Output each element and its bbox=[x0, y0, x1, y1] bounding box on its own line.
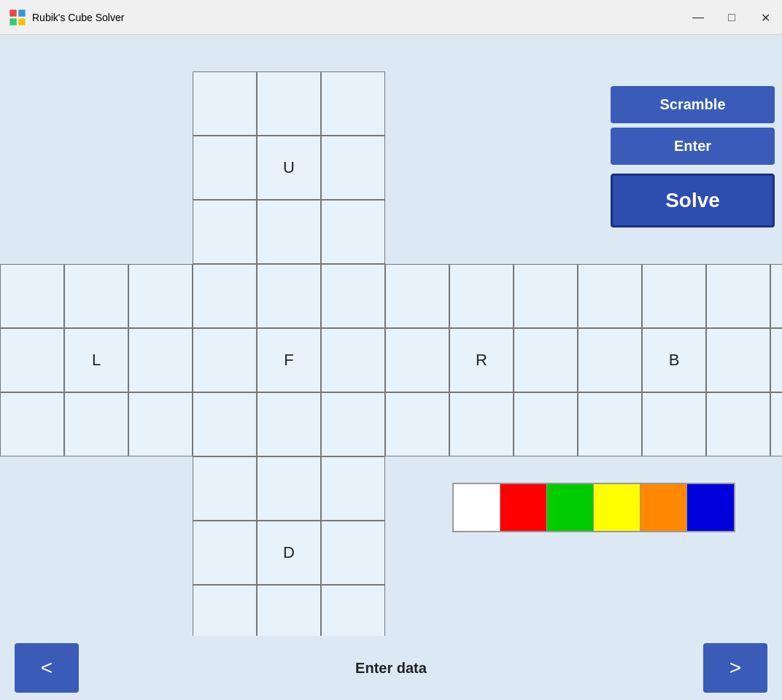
color-swatch-white[interactable] bbox=[454, 484, 500, 531]
cell-D0[interactable] bbox=[193, 456, 257, 521]
cell-F5[interactable] bbox=[321, 328, 385, 392]
solve-button[interactable]: Solve bbox=[611, 174, 775, 228]
cell-B8[interactable] bbox=[706, 392, 770, 456]
cell-R7[interactable] bbox=[449, 392, 514, 456]
scramble-button[interactable]: Scramble bbox=[611, 86, 775, 123]
cell-L7[interactable] bbox=[64, 392, 128, 456]
cell-B3[interactable] bbox=[578, 328, 642, 392]
cell-U4[interactable]: U bbox=[257, 136, 321, 200]
window-controls: — □ ✕ bbox=[681, 0, 782, 35]
cell-U3[interactable] bbox=[193, 136, 257, 200]
cell-B7[interactable] bbox=[642, 392, 706, 456]
cell-R0[interactable] bbox=[385, 264, 449, 328]
cell-Bx1[interactable] bbox=[770, 328, 782, 392]
cell-F0[interactable] bbox=[193, 264, 257, 328]
svg-rect-2 bbox=[9, 18, 17, 26]
face-U: U bbox=[193, 71, 385, 264]
cell-F2[interactable] bbox=[321, 264, 385, 328]
cell-F6[interactable] bbox=[193, 392, 257, 456]
app-icon bbox=[9, 9, 26, 26]
cell-U0[interactable] bbox=[193, 71, 257, 136]
cell-L2[interactable] bbox=[128, 264, 193, 328]
cell-L1[interactable] bbox=[64, 264, 128, 328]
cell-B5[interactable] bbox=[706, 328, 770, 392]
color-swatch-green[interactable] bbox=[547, 484, 594, 531]
cell-R2[interactable] bbox=[514, 264, 578, 328]
face-L: L bbox=[0, 264, 193, 456]
cell-U7[interactable] bbox=[257, 200, 321, 264]
next-button[interactable]: > bbox=[703, 643, 767, 693]
cell-R3[interactable] bbox=[385, 328, 449, 392]
cell-D1[interactable] bbox=[257, 456, 321, 521]
maximize-button[interactable]: □ bbox=[715, 0, 748, 35]
cell-F8[interactable] bbox=[321, 392, 385, 456]
face-F: F bbox=[193, 264, 385, 456]
face-R: R bbox=[385, 264, 578, 456]
cell-Bx0[interactable] bbox=[770, 264, 782, 328]
controls-panel: Scramble Enter Solve bbox=[611, 86, 775, 228]
cell-F4[interactable]: F bbox=[257, 328, 321, 392]
bottom-bar: < Enter data > bbox=[0, 636, 782, 700]
minimize-button[interactable]: — bbox=[681, 0, 715, 35]
face-D: D bbox=[193, 456, 385, 649]
cell-D2[interactable] bbox=[321, 456, 385, 521]
cell-Bx2[interactable] bbox=[770, 392, 782, 456]
cell-L5[interactable] bbox=[128, 328, 193, 392]
cell-D4[interactable]: D bbox=[257, 521, 321, 585]
cell-B0[interactable] bbox=[578, 264, 642, 328]
cell-B6[interactable] bbox=[578, 392, 642, 456]
prev-button[interactable]: < bbox=[15, 643, 79, 693]
cell-D5[interactable] bbox=[321, 521, 385, 585]
color-swatch-red[interactable] bbox=[500, 484, 547, 531]
app-title: Rubik's Cube Solver bbox=[32, 12, 124, 23]
cell-L0[interactable] bbox=[0, 264, 64, 328]
cell-U8[interactable] bbox=[321, 200, 385, 264]
face-B: B bbox=[578, 264, 770, 456]
face-B-extra bbox=[770, 264, 782, 456]
cell-R5[interactable] bbox=[514, 328, 578, 392]
cell-B4[interactable]: B bbox=[642, 328, 706, 392]
cell-L6[interactable] bbox=[0, 392, 64, 456]
cell-F3[interactable] bbox=[193, 328, 257, 392]
cell-R1[interactable] bbox=[449, 264, 514, 328]
enter-data-label: Enter data bbox=[355, 660, 427, 677]
cell-U1[interactable] bbox=[257, 71, 321, 136]
cell-U5[interactable] bbox=[321, 136, 385, 200]
cell-D3[interactable] bbox=[193, 521, 257, 585]
close-button[interactable]: ✕ bbox=[748, 0, 782, 35]
color-swatch-yellow[interactable] bbox=[594, 484, 640, 531]
cell-L4[interactable]: L bbox=[64, 328, 128, 392]
svg-rect-1 bbox=[18, 9, 26, 17]
cell-L3[interactable] bbox=[0, 328, 64, 392]
cell-U2[interactable] bbox=[321, 71, 385, 136]
cell-B1[interactable] bbox=[642, 264, 706, 328]
color-swatch-orange[interactable] bbox=[640, 484, 687, 531]
title-bar: Rubik's Cube Solver — □ ✕ bbox=[0, 0, 782, 35]
cell-R6[interactable] bbox=[385, 392, 449, 456]
cell-F1[interactable] bbox=[257, 264, 321, 328]
enter-button[interactable]: Enter bbox=[611, 128, 775, 165]
svg-rect-0 bbox=[9, 9, 17, 17]
cell-B2[interactable] bbox=[706, 264, 770, 328]
cell-U6[interactable] bbox=[193, 200, 257, 264]
cell-F7[interactable] bbox=[257, 392, 321, 456]
cell-L8[interactable] bbox=[128, 392, 193, 456]
main-area: U L F bbox=[0, 35, 782, 700]
color-swatch-blue[interactable] bbox=[687, 484, 734, 531]
color-palette bbox=[452, 483, 735, 532]
cell-R8[interactable] bbox=[514, 392, 578, 456]
cell-R4[interactable]: R bbox=[449, 328, 514, 392]
svg-rect-3 bbox=[18, 18, 26, 26]
